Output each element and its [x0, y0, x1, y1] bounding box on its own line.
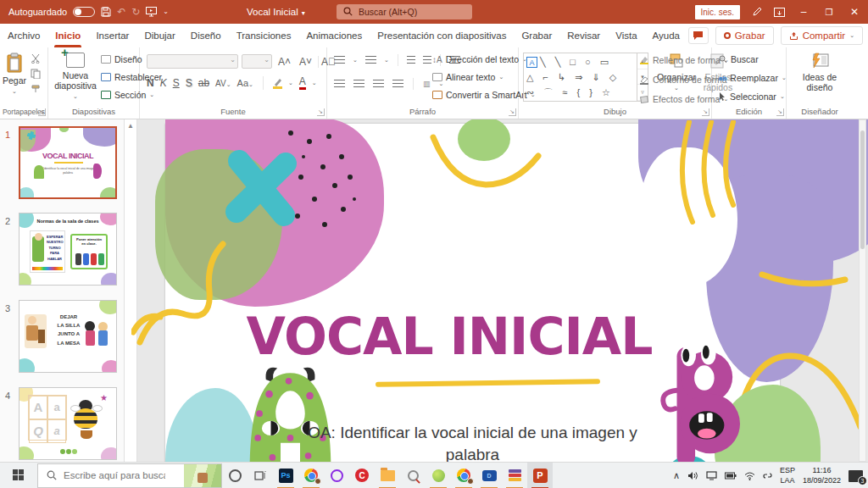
change-case-button[interactable]: Aa⌄: [237, 78, 253, 88]
wifi-icon[interactable]: [744, 472, 755, 480]
paragraph-dialog-launcher[interactable]: ↘: [509, 108, 516, 116]
volume-icon[interactable]: [687, 471, 698, 480]
search-box[interactable]: Buscar (Alt+Q): [337, 4, 472, 19]
find-button[interactable]: Buscar: [719, 53, 787, 66]
copy-icon[interactable]: [31, 69, 41, 79]
font-color-icon[interactable]: A: [299, 76, 306, 90]
save-icon[interactable]: [101, 7, 111, 17]
customize-quick-access-icon[interactable]: ⌄: [163, 8, 169, 15]
tab-inicio[interactable]: Inicio: [47, 24, 88, 47]
grow-font-icon[interactable]: A˄: [275, 56, 293, 68]
slide-objective-text[interactable]: OA: Identificar la vocal inicial de una …: [250, 422, 695, 462]
italic-button[interactable]: K: [160, 77, 167, 89]
notification-center-icon[interactable]: 3: [849, 470, 863, 482]
sign-in-button[interactable]: Inic. ses.: [695, 5, 740, 19]
font-dialog-launcher[interactable]: ↘: [317, 108, 325, 116]
lime-app-icon[interactable]: [426, 463, 451, 488]
comments-icon[interactable]: [688, 27, 709, 44]
character-spacing-button[interactable]: AV⌄: [215, 79, 231, 88]
minimize-button[interactable]: –: [797, 6, 810, 18]
pen-icon[interactable]: [752, 7, 762, 17]
cortana-icon[interactable]: [222, 463, 248, 488]
share-button[interactable]: Compartir⌄: [781, 26, 863, 45]
tab-animaciones[interactable]: Animaciones: [298, 24, 370, 47]
slide-3-thumbnail[interactable]: DEJAR LA SILLA JUNTO A LA MESA: [19, 300, 117, 373]
slide-1-thumbnail[interactable]: VOCAL INICIAL OA: Identificar la vocal i…: [19, 126, 117, 199]
textbox-shape-icon[interactable]: A: [526, 57, 537, 68]
pin-link-icon[interactable]: [763, 471, 772, 480]
align-center-icon[interactable]: [353, 79, 364, 89]
chrome-profile-icon[interactable]: [451, 463, 476, 488]
editor-scrollbar[interactable]: [859, 119, 866, 462]
select-button[interactable]: Seleccionar⌄: [719, 90, 787, 103]
winrar-icon[interactable]: [502, 463, 527, 488]
tab-transiciones[interactable]: Transiciones: [229, 24, 299, 47]
restore-button[interactable]: ❐: [822, 8, 836, 17]
format-painter-icon[interactable]: [31, 84, 41, 94]
scroll-up-icon[interactable]: ▲: [125, 119, 136, 130]
slide-4-thumbnail[interactable]: ★ A a Q a: [19, 387, 117, 460]
slide-2-thumbnail[interactable]: Normas de la sala de clases ESPERAR NUES…: [19, 213, 117, 286]
powerpoint-taskbar-icon[interactable]: P: [527, 463, 553, 488]
tab-insertar[interactable]: Insertar: [88, 24, 136, 47]
columns-icon[interactable]: ▥: [423, 80, 431, 88]
tab-ayuda[interactable]: Ayuda: [645, 24, 687, 47]
blue-app-icon[interactable]: D: [476, 463, 502, 488]
opera-icon[interactable]: [324, 463, 349, 488]
start-button[interactable]: [0, 463, 37, 488]
tab-revisar[interactable]: Revisar: [559, 24, 608, 47]
tab-archivo[interactable]: Archivo: [0, 24, 47, 47]
clock[interactable]: 11:16 18/09/2022: [803, 466, 841, 485]
shapes-gallery[interactable]: A╲ ╲ □ ○ ▭ △ ⌐ ↳ ⇒ ⇓ ◇ ∾ ⌒ ≈ { } ☆ ▴ ▾ ▿: [523, 53, 648, 102]
decrease-indent-icon[interactable]: [407, 55, 415, 65]
ribbon-display-options-icon[interactable]: [774, 8, 785, 17]
tab-grabar[interactable]: Grabar: [514, 24, 559, 47]
close-button[interactable]: ✕: [848, 6, 861, 18]
design-ideas-button[interactable]: Ideas de diseño: [798, 53, 841, 92]
shrink-font-icon[interactable]: A˅: [297, 56, 314, 68]
tab-dibujar[interactable]: Dibujar: [136, 24, 182, 47]
taskbar-search-input[interactable]: [64, 470, 165, 480]
magnifier-app-icon[interactable]: [400, 463, 426, 488]
font-size-combo[interactable]: [242, 54, 272, 69]
cut-icon[interactable]: [31, 53, 41, 64]
photoshop-icon[interactable]: Ps: [273, 463, 298, 488]
drawing-dialog-launcher[interactable]: ↘: [702, 108, 709, 116]
replace-button[interactable]: abReemplazar⌄: [719, 71, 787, 85]
task-view-icon[interactable]: [248, 463, 273, 488]
tab-diseno[interactable]: Diseño: [183, 24, 229, 47]
paste-button[interactable]: Pegar⌄: [2, 53, 27, 95]
bullets-icon[interactable]: [334, 55, 345, 65]
align-left-icon[interactable]: [334, 79, 345, 89]
record-button[interactable]: Grabar: [715, 26, 774, 45]
slide-title[interactable]: VOCAL INICIAL: [165, 307, 733, 366]
ccleaner-icon[interactable]: C: [349, 463, 375, 488]
justify-icon[interactable]: [392, 79, 403, 89]
autosave-toggle[interactable]: [73, 7, 95, 17]
tray-chevron-icon[interactable]: ∧: [673, 470, 680, 481]
clipboard-dialog-launcher[interactable]: ↘: [38, 108, 46, 116]
taskbar-search[interactable]: [37, 463, 222, 488]
language-indicator[interactable]: ESP LAA: [780, 466, 795, 485]
bold-button[interactable]: N: [147, 77, 154, 89]
slide-canvas[interactable]: VOCAL INICIAL OA: Identificar la vocal i…: [165, 124, 780, 462]
font-name-combo[interactable]: [147, 54, 238, 69]
slideshow-icon[interactable]: [146, 7, 157, 17]
increase-indent-icon[interactable]: [423, 55, 431, 65]
display-connect-icon[interactable]: [706, 471, 717, 480]
align-right-icon[interactable]: [373, 79, 384, 89]
strikethrough-button[interactable]: ab: [198, 77, 209, 89]
battery-icon[interactable]: [725, 472, 737, 480]
undo-icon[interactable]: ↶: [117, 7, 125, 17]
redo-icon[interactable]: ↻: [131, 7, 140, 17]
tab-presentacion[interactable]: Presentación con diapositivas: [370, 24, 514, 47]
text-shadow-button[interactable]: S: [186, 77, 192, 89]
file-explorer-icon[interactable]: [375, 463, 400, 488]
tab-vista[interactable]: Vista: [608, 24, 644, 47]
document-title[interactable]: Vocal Inicial▾: [247, 7, 305, 17]
highlight-color-icon[interactable]: [273, 78, 282, 89]
new-slide-button[interactable]: Nueva diapositiva⌄: [52, 53, 99, 100]
editing-dialog-launcher[interactable]: ↘: [776, 108, 784, 116]
chrome-icon[interactable]: [298, 463, 324, 488]
underline-button[interactable]: S: [173, 77, 180, 89]
